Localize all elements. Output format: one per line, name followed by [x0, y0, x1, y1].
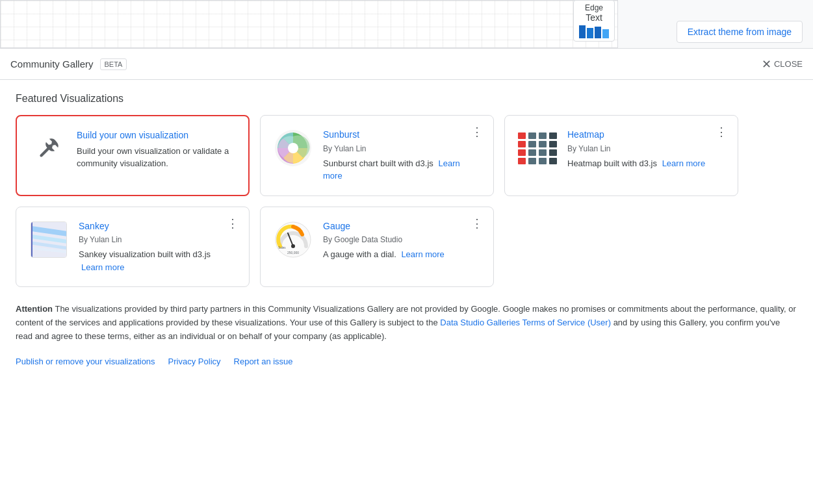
- bar-4: [602, 29, 609, 38]
- svg-point-6: [291, 244, 295, 248]
- card-body-build-your-own: Build your own visualization Build your …: [77, 129, 235, 170]
- card-sankey[interactable]: Sankey By Yulan Lin Sankey visualization…: [16, 207, 250, 288]
- footer-links: Publish or remove your visualizations Pr…: [16, 357, 797, 366]
- card-menu-sunburst[interactable]: ⋮: [469, 123, 485, 140]
- card-build-your-own[interactable]: Build your own visualization Build your …: [16, 115, 250, 196]
- heatmap-icon-container: [518, 129, 557, 168]
- edge-panel: Edge Text: [573, 0, 615, 42]
- card-body-sankey: Sankey By Yulan Lin Sankey visualization…: [79, 220, 236, 274]
- beta-badge: BETA: [100, 58, 127, 70]
- card-menu-heatmap[interactable]: ⋮: [713, 123, 730, 140]
- card-desc-text-heatmap: Heatmap built with d3.js: [567, 158, 657, 168]
- section-title: Featured Visualizations: [16, 93, 797, 105]
- card-title-gauge[interactable]: Gauge: [323, 220, 480, 233]
- card-desc-text-sunburst: Sunburst chart built with d3.js: [323, 158, 433, 168]
- bar-2: [587, 28, 593, 38]
- card-desc-heatmap: Heatmap built with d3.js Learn more: [567, 157, 725, 170]
- card-body-gauge: Gauge By Google Data Studio A gauge with…: [323, 220, 480, 261]
- main-content: Featured Visualizations Build your own v…: [0, 80, 813, 504]
- card-desc-text-sankey: Sankey visualization built with d3.js: [79, 249, 211, 259]
- card-desc-build-your-own: Build your own visualization or validate…: [77, 145, 235, 170]
- card-body-heatmap: Heatmap By Yulan Lin Heatmap built with …: [567, 129, 725, 170]
- gauge-icon-container: 250,000 Sales: [274, 220, 313, 259]
- card-author-sankey: By Yulan Lin: [79, 235, 236, 244]
- text-label: Text: [586, 12, 602, 23]
- card-title-build-your-own[interactable]: Build your own visualization: [77, 129, 235, 142]
- card-title-heatmap[interactable]: Heatmap: [567, 129, 725, 142]
- sunburst-icon-container: [274, 129, 313, 168]
- card-heatmap[interactable]: Heatmap By Yulan Lin Heatmap built with …: [504, 115, 738, 196]
- bar-3: [595, 27, 601, 38]
- svg-text:Sales: Sales: [278, 246, 286, 249]
- card-desc-gauge: A gauge with a dial. Learn more: [323, 248, 480, 261]
- card-author-heatmap: By Yulan Lin: [567, 144, 725, 153]
- learn-more-heatmap[interactable]: Learn more: [662, 158, 705, 168]
- svg-point-1: [288, 143, 298, 153]
- sankey-icon-container: [29, 220, 68, 259]
- card-menu-gauge[interactable]: ⋮: [469, 215, 485, 232]
- learn-more-gauge[interactable]: Learn more: [401, 249, 444, 259]
- edge-label: Edge: [585, 3, 603, 12]
- card-author-sunburst: By Yulan Lin: [323, 144, 480, 153]
- bar-1: [579, 25, 586, 38]
- card-desc-sunburst: Sunburst chart built with d3.js Learn mo…: [323, 157, 480, 183]
- top-bar: Edge Text Extract theme from image: [0, 0, 813, 49]
- footer-link-report[interactable]: Report an issue: [234, 357, 293, 366]
- card-title-sunburst[interactable]: Sunburst: [323, 129, 480, 142]
- close-label: CLOSE: [774, 59, 803, 69]
- chart-bars: [579, 25, 609, 38]
- extract-theme-button[interactable]: Extract theme from image: [677, 21, 803, 43]
- footer-link-publish[interactable]: Publish or remove your visualizations: [16, 357, 155, 366]
- cards-row-2: Sankey By Yulan Lin Sankey visualization…: [16, 207, 797, 288]
- svg-text:250,000: 250,000: [287, 251, 299, 255]
- card-menu-sankey[interactable]: ⋮: [224, 215, 241, 232]
- terms-link[interactable]: Data Studio Galleries Terms of Service (…: [440, 318, 611, 327]
- gallery-header: Community Gallery BETA ✕ CLOSE: [0, 49, 813, 80]
- cards-row-1: Build your own visualization Build your …: [16, 115, 797, 196]
- card-desc-text-gauge: A gauge with a dial.: [323, 249, 396, 259]
- footer-link-privacy[interactable]: Privacy Policy: [168, 357, 221, 366]
- card-desc-sankey: Sankey visualization built with d3.js Le…: [79, 248, 236, 273]
- gallery-title-area: Community Gallery BETA: [10, 58, 127, 70]
- card-gauge[interactable]: 250,000 Sales Gauge By Google Data Studi…: [260, 207, 494, 288]
- card-body-sunburst: Sunburst By Yulan Lin Sunburst chart bui…: [323, 129, 480, 183]
- gallery-title: Community Gallery: [10, 58, 94, 69]
- card-title-sankey[interactable]: Sankey: [79, 220, 236, 233]
- learn-more-sankey[interactable]: Learn more: [81, 262, 124, 272]
- attention-section: Attention The visualizations provided by…: [16, 303, 797, 343]
- wrench-icon: [30, 129, 66, 166]
- close-icon: ✕: [762, 57, 771, 71]
- canvas-area: [0, 0, 618, 48]
- close-button[interactable]: ✕ CLOSE: [762, 57, 803, 71]
- card-sunburst[interactable]: Sunburst By Yulan Lin Sunburst chart bui…: [260, 115, 494, 196]
- card-author-gauge: By Google Data Studio: [323, 235, 480, 244]
- attention-label: Attention: [16, 304, 53, 314]
